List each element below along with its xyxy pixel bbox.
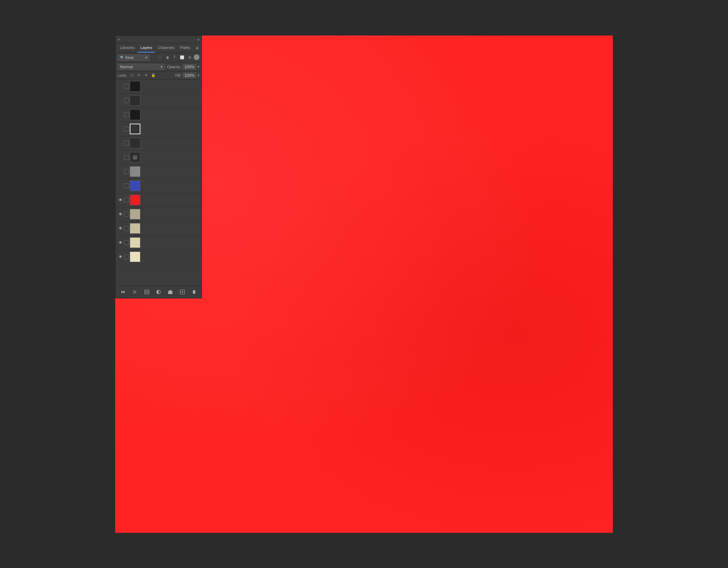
layer-visibility-toggle[interactable]: 👁	[117, 211, 124, 218]
filter-adjustment-icon[interactable]: ◑	[164, 54, 170, 61]
layer-thumbnail	[130, 95, 140, 106]
layer-visibility-toggle[interactable]: 👁	[117, 253, 124, 260]
layer-visibility-toggle[interactable]	[117, 97, 124, 104]
layer-thumbnail	[130, 251, 140, 262]
filter-shape-icon[interactable]: ⬜	[179, 54, 185, 61]
layer-checkbox[interactable]	[124, 183, 129, 188]
layer-checkbox[interactable]	[124, 212, 129, 217]
svg-rect-1	[145, 290, 149, 294]
layer-visibility-toggle[interactable]	[117, 154, 124, 161]
layer-thumbnail	[130, 109, 140, 120]
blend-opacity-row: Normal ▾ Opacity: 100% ▾	[116, 63, 202, 71]
layer-checkbox[interactable]	[124, 112, 129, 117]
layer-checkbox[interactable]	[124, 198, 129, 202]
kind-filter-chevron: ▾	[145, 56, 147, 59]
layer-checkbox[interactable]	[124, 98, 129, 103]
fill-input[interactable]: 100%	[183, 72, 196, 78]
lock-row: Lock: ⬡ ✏ ✛ 🔒 Fill: 100% ▾	[116, 71, 202, 80]
tab-channels[interactable]: Channels	[155, 43, 177, 53]
link-layers-icon[interactable]	[119, 288, 127, 296]
layer-checkbox[interactable]	[124, 240, 129, 245]
layer-row[interactable]	[116, 108, 202, 122]
blend-mode-value: Normal	[120, 65, 133, 69]
add-mask-icon[interactable]	[143, 288, 151, 296]
layer-checkbox[interactable]	[124, 155, 129, 160]
opacity-row: Opacity: 100% ▾	[167, 64, 199, 70]
layer-thumbnail	[130, 180, 140, 191]
lock-position-icon[interactable]: ✛	[143, 72, 149, 78]
opacity-label: Opacity:	[167, 65, 181, 69]
fill-label: Fill:	[175, 73, 181, 77]
layer-checkbox[interactable]	[124, 226, 129, 231]
lock-pixels-icon[interactable]: ⬡	[129, 72, 135, 78]
svg-point-2	[146, 291, 148, 293]
opacity-chevron: ▾	[198, 65, 199, 69]
panel-titlebar: × «	[116, 36, 202, 43]
layer-checkbox[interactable]	[124, 141, 129, 146]
tab-paths[interactable]: Paths	[177, 43, 193, 53]
kind-filter-select[interactable]: 🔍 Kind ▾	[118, 54, 150, 61]
layer-row[interactable]	[116, 165, 202, 179]
layer-visibility-toggle[interactable]	[117, 125, 124, 132]
filter-smart-icon[interactable]: ⧉	[186, 54, 193, 61]
layer-row[interactable]	[116, 136, 202, 151]
filter-toggle-icon[interactable]	[194, 54, 199, 60]
new-layer-icon[interactable]	[178, 288, 186, 296]
tab-libraries[interactable]: Libraries	[117, 43, 138, 53]
layer-thumbnail	[130, 152, 140, 163]
canvas-area: × « Libraries Layers Channels Paths ≡ 🔍 …	[115, 36, 613, 533]
layer-thumbnail	[130, 195, 140, 205]
opacity-input[interactable]: 100%	[183, 64, 196, 70]
layer-row[interactable]: 👁	[116, 207, 202, 222]
layer-visibility-toggle[interactable]	[117, 140, 124, 147]
filter-image-icon[interactable]: ⬛	[156, 54, 163, 61]
search-icon: 🔍	[120, 56, 124, 59]
layer-visibility-toggle[interactable]: 👁	[117, 239, 124, 246]
layers-list: 👁 👁 👁 👁	[116, 80, 202, 286]
svg-rect-3	[168, 291, 172, 294]
delete-layer-icon[interactable]	[190, 288, 198, 296]
layer-row[interactable]	[116, 94, 202, 108]
panel-tabs: Libraries Layers Channels Paths ≡	[116, 43, 202, 53]
panel-collapse-button[interactable]: «	[197, 37, 199, 42]
layer-visibility-toggle[interactable]	[117, 83, 124, 90]
layer-checkbox[interactable]	[124, 169, 129, 174]
layer-thumbnail	[130, 223, 140, 234]
layer-row[interactable]	[116, 80, 202, 94]
fx-icon[interactable]: fx	[131, 288, 139, 296]
layer-visibility-toggle[interactable]	[117, 168, 124, 175]
layer-row[interactable]: 👁	[116, 193, 202, 207]
layer-row[interactable]	[116, 151, 202, 165]
lock-all-icon[interactable]: 🔒	[150, 72, 156, 78]
layer-visibility-toggle[interactable]: 👁	[117, 196, 124, 204]
layer-thumbnail	[130, 81, 140, 92]
fill-chevron: ▾	[198, 74, 199, 77]
blend-mode-chevron: ▾	[161, 65, 162, 69]
layer-visibility-toggle[interactable]	[117, 111, 124, 118]
tab-layers[interactable]: Layers	[138, 43, 155, 53]
filter-type-icon[interactable]: T	[171, 54, 178, 61]
lock-paint-icon[interactable]: ✏	[136, 72, 142, 78]
panel-close-button[interactable]: ×	[118, 37, 120, 42]
layer-thumbnail	[130, 138, 140, 148]
fill-row: Fill: 100% ▾	[175, 72, 199, 78]
filter-row: 🔍 Kind ▾ ⬛ ◑ T ⬜ ⧉	[116, 53, 202, 63]
layer-checkbox[interactable]	[124, 126, 129, 131]
layer-visibility-toggle[interactable]	[117, 182, 124, 189]
lock-icons: ⬡ ✏ ✛ 🔒	[129, 72, 156, 78]
panel-menu-button[interactable]: ≡	[194, 44, 200, 52]
layer-row[interactable]: 👁	[116, 236, 202, 250]
layer-visibility-toggle[interactable]: 👁	[117, 225, 124, 232]
layer-thumbnail	[130, 166, 140, 177]
layer-row[interactable]	[116, 179, 202, 193]
blend-mode-select[interactable]: Normal ▾	[118, 64, 165, 70]
layer-checkbox[interactable]	[124, 254, 129, 259]
layer-row[interactable]: 👁	[116, 250, 202, 264]
new-adjustment-icon[interactable]	[155, 288, 162, 296]
layer-row[interactable]: 👁	[116, 222, 202, 236]
kind-filter-label: Kind	[125, 55, 133, 60]
layer-checkbox[interactable]	[124, 84, 129, 89]
layer-row[interactable]	[116, 122, 202, 136]
panel-footer: fx	[116, 286, 202, 298]
new-group-icon[interactable]	[166, 288, 174, 296]
